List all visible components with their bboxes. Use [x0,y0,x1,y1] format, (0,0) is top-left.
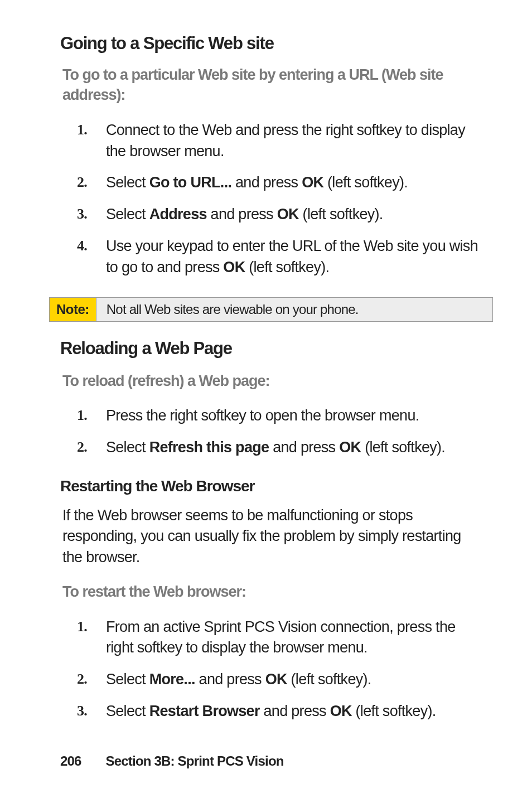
instruction-reload: To reload (refresh) a Web page: [60,371,482,391]
step-text: Connect to the Web and press the right s… [106,120,482,162]
heading-reloading: Reloading a Web Page [60,338,482,359]
step-text: Press the right softkey to open the brow… [106,405,482,427]
steps-list-3: 1. From an active Sprint PCS Vision conn… [60,617,482,722]
note-box: Note: Not all Web sites are viewable on … [49,297,493,322]
step-text: Use your keypad to enter the URL of the … [106,236,482,278]
body-restarting: If the Web browser seems to be malfuncti… [60,505,482,568]
step-text: Select Go to URL... and press OK (left s… [106,172,482,194]
step-text: Select Address and press OK (left softke… [106,204,482,225]
step-item: 4. Use your keypad to enter the URL of t… [77,236,482,278]
step-item: 2. Select Refresh this page and press OK… [77,437,482,458]
step-number: 3. [77,204,106,225]
step-number: 1. [77,120,106,162]
steps-list-2: 1. Press the right softkey to open the b… [60,405,482,458]
section-restarting: Restarting the Web Browser If the Web br… [60,477,482,722]
section-going-to-website: Going to a Specific Web site To go to a … [60,33,482,278]
step-number: 2. [77,437,106,458]
step-text: Select Restart Browser and press OK (lef… [106,701,482,722]
step-number: 1. [77,617,106,659]
steps-list-1: 1. Connect to the Web and press the righ… [60,120,482,278]
page-number: 206 [60,753,81,768]
step-item: 3. Select Restart Browser and press OK (… [77,701,482,722]
step-text: From an active Sprint PCS Vision connect… [106,617,482,659]
step-text: Select Refresh this page and press OK (l… [106,437,482,458]
instruction-url: To go to a particular Web site by enteri… [60,65,482,105]
page-footer: 206 Section 3B: Sprint PCS Vision [60,753,284,769]
step-number: 3. [77,701,106,722]
step-item: 1. From an active Sprint PCS Vision conn… [77,617,482,659]
heading-going-to-website: Going to a Specific Web site [60,33,482,54]
section-reloading: Reloading a Web Page To reload (refresh)… [60,338,482,458]
step-number: 2. [77,669,106,690]
step-text: Select More... and press OK (left softke… [106,669,482,690]
step-item: 2. Select Go to URL... and press OK (lef… [77,172,482,194]
step-number: 4. [77,236,106,278]
heading-restarting: Restarting the Web Browser [60,477,482,495]
step-item: 1. Press the right softkey to open the b… [77,405,482,427]
step-number: 1. [77,405,106,427]
step-item: 1. Connect to the Web and press the righ… [77,120,482,162]
section-label: Section 3B: Sprint PCS Vision [106,753,284,768]
instruction-restart: To restart the Web browser: [60,582,482,602]
note-text: Not all Web sites are viewable on your p… [96,298,492,321]
note-label: Note: [50,298,96,321]
step-number: 2. [77,172,106,194]
step-item: 2. Select More... and press OK (left sof… [77,669,482,690]
step-item: 3. Select Address and press OK (left sof… [77,204,482,225]
